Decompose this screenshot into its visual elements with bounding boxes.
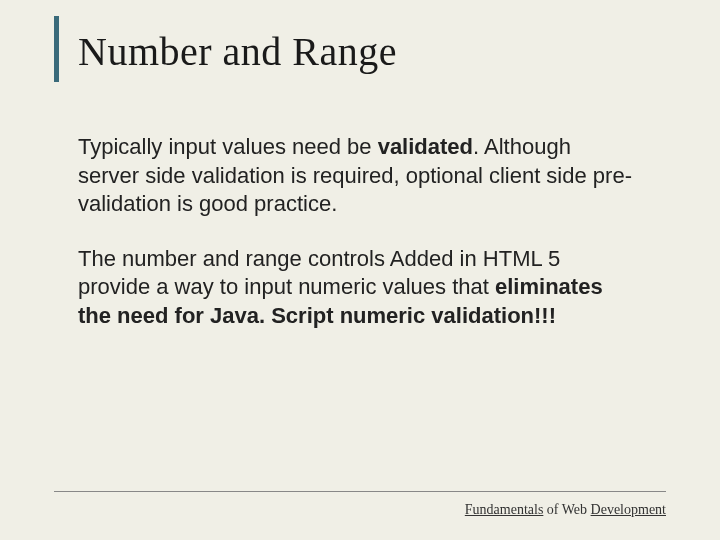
footer-u2: Development [591,502,666,517]
paragraph-2: The number and range controls Added in H… [78,245,638,331]
footer-divider [54,491,666,492]
paragraph-1: Typically input values need be validated… [78,133,638,219]
p1-prefix: Typically input values need be [78,134,378,159]
slide: Number and Range Typically input values … [0,0,720,540]
footer-text: Fundamentals of Web Development [465,502,666,518]
accent-bar [54,16,59,82]
footer-u1: Fundamentals [465,502,544,517]
p1-bold: validated [378,134,473,159]
p2-prefix: The number and range controls Added in H… [78,246,560,300]
slide-title: Number and Range [78,28,670,75]
footer-mid: of Web [543,502,590,517]
